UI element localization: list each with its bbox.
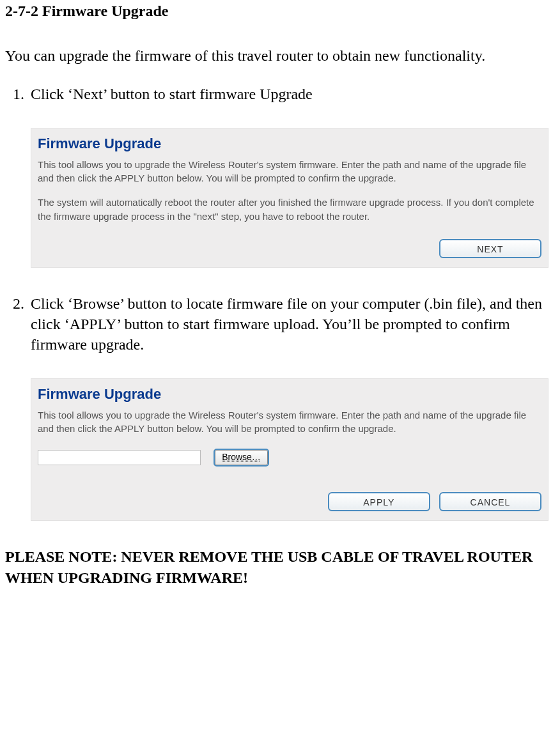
step-2: 2.Click ‘Browse’ button to locate firmwa… xyxy=(5,293,555,355)
cancel-button[interactable]: CANCEL xyxy=(439,492,541,511)
apply-button[interactable]: APPLY xyxy=(328,492,430,511)
firmware-file-input[interactable] xyxy=(38,450,201,465)
step-1-number: 1. xyxy=(13,84,31,104)
next-button[interactable]: NEXT xyxy=(439,239,541,258)
step-1-text: Click ‘Next’ button to start firmware Up… xyxy=(31,86,313,102)
step-2-text: Click ‘Browse’ button to locate firmware… xyxy=(31,295,542,353)
intro-paragraph: You can upgrade the firmware of this tra… xyxy=(5,45,555,66)
panel-description: This tool allows you to upgrade the Wire… xyxy=(38,158,541,186)
panel-title: Firmware Upgrade xyxy=(38,384,541,405)
step-1: 1.Click ‘Next’ button to start firmware … xyxy=(5,84,555,104)
panel-title: Firmware Upgrade xyxy=(38,134,541,154)
firmware-upgrade-panel-1: Firmware Upgrade This tool allows you to… xyxy=(31,128,548,268)
browse-button[interactable]: Browse… xyxy=(215,450,268,465)
warning-note: PLEASE NOTE: NEVER REMOVE THE USB CABLE … xyxy=(5,546,555,588)
section-heading: 2-7-2 Firmware Upgrade xyxy=(5,3,555,20)
firmware-upgrade-panel-2: Firmware Upgrade This tool allows you to… xyxy=(31,378,548,521)
step-2-number: 2. xyxy=(13,293,31,314)
panel-description-2: The system will automatically reboot the… xyxy=(38,196,541,224)
panel-description: This tool allows you to upgrade the Wire… xyxy=(38,408,541,436)
